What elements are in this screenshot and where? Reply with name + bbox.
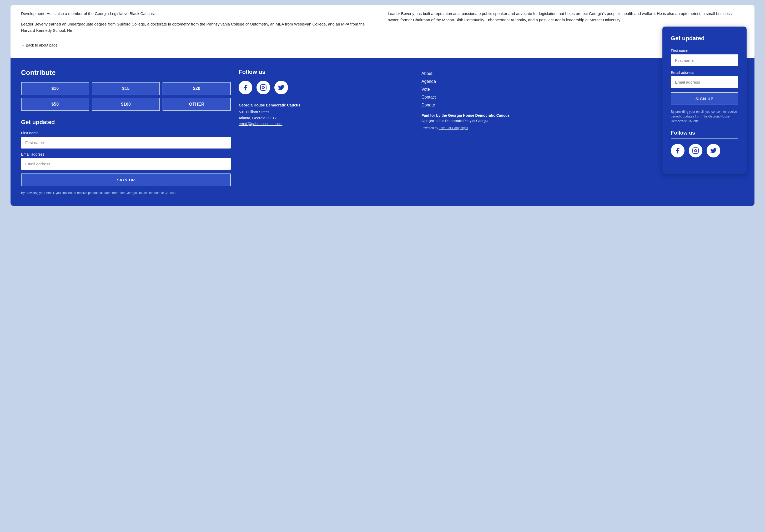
instagram-icon[interactable] [257,81,270,94]
floating-first-name-label: First name [671,49,738,53]
first-name-label-left: First name [21,131,231,135]
consent-text-left: By providing your email, you consent to … [21,190,231,195]
svg-point-2 [265,86,265,86]
left-bio-text: Development. He is also a member of the … [21,11,377,38]
email-label-left: Email address [21,152,231,156]
floating-consent-text: By providing your email, you consent to … [671,109,738,124]
contribute-heading: Contribute [21,69,231,77]
floating-facebook-icon[interactable] [671,144,684,157]
facebook-icon[interactable] [239,81,252,94]
nav-donate-link[interactable]: Donate [421,103,596,108]
tech-for-campaigns-link[interactable]: Tech For Campaigns [439,126,468,130]
floating-social-icons [671,144,738,157]
org-name: Georgia House Democratic Caucus [239,102,413,108]
donate-other-button[interactable]: OTHER [163,98,231,111]
left-paragraph-1: Development. He is also a member of the … [21,11,377,17]
back-to-about-link[interactable]: ← Back to about page [21,43,58,47]
paid-for-heading: Paid for by the Georgia House Democratic… [421,113,596,118]
nav-about-link[interactable]: About [421,71,596,76]
get-updated-left-section: Get updated First name Email address SIG… [21,119,231,195]
first-name-input-left[interactable] [21,137,231,148]
powered-by: Powered by Tech For Campaigns [421,126,596,130]
contribute-get-updated-column: Contribute $10 $15 $20 $50 $100 OTHER Ge… [21,69,231,195]
floating-instagram-icon[interactable] [689,144,702,157]
floating-follow-heading: Follow us [671,130,738,136]
left-paragraph-2: Leader Beverly earned an undergraduate d… [21,21,377,34]
donate-15-button[interactable]: $15 [92,82,160,95]
paid-for-section: Paid for by the Georgia House Democratic… [421,113,596,124]
right-paragraph-1: Leader Beverly has built a reputation as… [388,11,744,23]
twitter-icon[interactable] [274,81,288,94]
org-address1: 501 Pulliam Street [239,110,269,114]
donate-50-button[interactable]: $50 [21,98,89,111]
donate-20-button[interactable]: $20 [163,82,231,95]
svg-point-4 [694,149,697,152]
floating-first-name-input[interactable] [671,54,738,66]
svg-point-1 [262,87,265,89]
nav-links-section: About Agenda Vote Contact Donate [421,69,596,108]
org-email-link[interactable]: email@gahousedems.com [239,122,282,126]
follow-us-heading: Follow us [239,69,413,76]
signup-button-left[interactable]: SIGN UP [21,173,231,186]
floating-panel-divider [671,43,738,43]
floating-panel-heading: Get updated [671,35,738,42]
get-updated-left-heading: Get updated [21,119,231,126]
floating-follow-section: Follow us [671,130,738,157]
floating-get-updated-panel: Get updated First name Email address SIG… [662,27,747,174]
floating-twitter-icon[interactable] [707,144,720,157]
floating-email-label: Email address [671,71,738,75]
nav-vote-link[interactable]: Vote [421,87,596,92]
org-address2: Atlanta, Georgia 30312 [239,116,277,120]
nav-paid-column: About Agenda Vote Contact Donate Paid fo… [421,69,596,195]
floating-signup-button[interactable]: SIGN UP [671,92,738,105]
nav-agenda-link[interactable]: Agenda [421,79,596,84]
social-icons-group [239,81,413,94]
org-info: Georgia House Democratic Caucus 501 Pull… [239,102,413,127]
svg-rect-0 [261,85,267,91]
floating-follow-divider [671,138,738,138]
blue-footer: Contribute $10 $15 $20 $50 $100 OTHER Ge… [11,58,754,206]
nav-contact-link[interactable]: Contact [421,95,596,100]
paid-for-subtext: A project of the Democratic Party of Geo… [421,119,488,123]
follow-us-section: Follow us [239,69,413,127]
donate-10-button[interactable]: $10 [21,82,89,95]
follow-us-column: Follow us [239,69,413,195]
email-input-left[interactable] [21,158,231,170]
donate-buttons-grid: $10 $15 $20 $50 $100 OTHER [21,82,231,111]
donate-100-button[interactable]: $100 [92,98,160,111]
floating-email-input[interactable] [671,76,738,88]
svg-point-5 [697,149,697,149]
svg-rect-3 [693,148,698,153]
main-content-card: Development. He is also a member of the … [11,5,754,58]
contribute-section: Contribute $10 $15 $20 $50 $100 OTHER [21,69,231,111]
